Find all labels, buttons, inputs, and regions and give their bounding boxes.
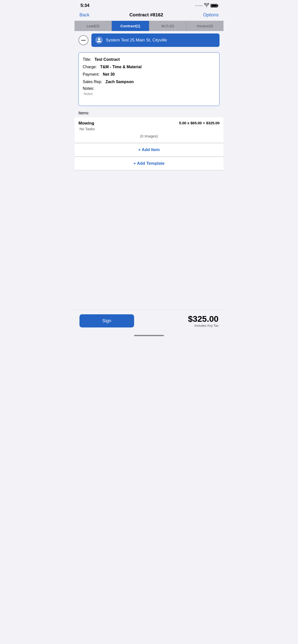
item-row[interactable]: Mowing 5.00 x $65.00 = $325.00 No Tasks … xyxy=(75,117,223,143)
contract-salesrep-field: Sales Rep: Zach Sampson xyxy=(83,79,215,85)
items-label: Items: xyxy=(79,111,219,115)
tab-invoice[interactable]: Invoice(0) xyxy=(186,21,223,31)
tab-lead[interactable]: Lead(0) xyxy=(75,21,112,31)
contract-card: Title: Test Contract Charge: T&M - Time … xyxy=(79,52,219,106)
total-tax: Includes Any Tax xyxy=(188,324,218,328)
item-header: Mowing 5.00 x $65.00 = $325.00 xyxy=(79,121,219,126)
remove-customer-button[interactable] xyxy=(79,35,88,45)
status-time: 5:34 xyxy=(81,3,89,8)
customer-row: System Test 25 Main St, Cityville xyxy=(75,31,223,49)
add-item-button[interactable]: + Add Item xyxy=(75,143,223,156)
tab-wo[interactable]: W.O.(0) xyxy=(149,21,186,31)
minus-icon xyxy=(81,40,86,41)
customer-badge[interactable]: System Test 25 Main St, Cityville xyxy=(91,34,219,47)
home-indicator xyxy=(75,332,223,338)
back-button[interactable]: Back xyxy=(80,12,89,18)
bottom-bar: Sign $325.00 Includes Any Tax xyxy=(75,310,223,332)
main-content: System Test 25 Main St, Cityville Title:… xyxy=(75,31,223,338)
options-button[interactable]: Options xyxy=(203,12,218,18)
contract-payment-field: Payment: Net 30 xyxy=(83,72,215,78)
item-calculation: 5.00 x $65.00 = $325.00 xyxy=(179,121,219,125)
wifi-icon xyxy=(204,3,209,8)
total-area: $325.00 Includes Any Tax xyxy=(188,314,218,328)
tabs-container: Lead(0) Contract(1) W.O.(0) Invoice(0) xyxy=(75,21,223,31)
person-icon xyxy=(97,38,102,43)
sign-button[interactable]: Sign xyxy=(80,314,134,328)
battery-icon xyxy=(211,4,217,8)
signal-icon xyxy=(195,5,203,6)
notes-label: Notes: xyxy=(83,86,215,91)
item-images: (0 Images) xyxy=(79,133,219,139)
add-template-button[interactable]: + Add Template xyxy=(75,157,223,170)
total-amount: $325.00 xyxy=(188,314,218,324)
item-name: Mowing xyxy=(79,121,94,126)
status-bar: 5:34 xyxy=(75,0,223,10)
contract-title-field: Title: Test Contract xyxy=(83,56,215,62)
contract-charge-field: Charge: T&M - Time & Material xyxy=(83,64,215,70)
status-icons xyxy=(195,3,217,8)
items-section: Items: xyxy=(75,109,223,117)
notes-content: Notes xyxy=(84,92,215,102)
customer-name: System Test 25 Main St, Cityville xyxy=(106,38,167,43)
item-tasks: No Tasks xyxy=(80,127,219,131)
page-title: Contract #8162 xyxy=(129,12,163,18)
tab-contract[interactable]: Contract(1) xyxy=(112,21,149,31)
avatar xyxy=(95,36,103,44)
content-spacer xyxy=(75,170,223,310)
nav-bar: Back Contract #8162 Options xyxy=(75,10,223,21)
home-bar xyxy=(134,335,164,336)
